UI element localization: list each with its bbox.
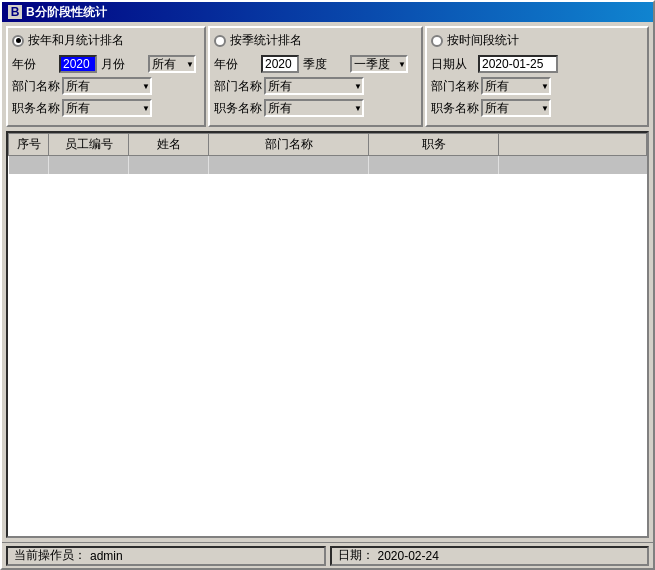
operator-section: 当前操作员： admin (6, 546, 326, 566)
dept-label3: 部门名称 (431, 78, 479, 95)
main-window: B B分阶段性统计 按年和月统计排名 年份 月份 所有 (0, 0, 655, 570)
window-title: B分阶段性统计 (26, 4, 107, 21)
year-label2: 年份 (214, 56, 259, 73)
dept-select1-wrapper: 所有 (62, 77, 152, 95)
panel2-row1: 年份 季度 一季度 二季度 三季度 四季度 (214, 55, 417, 73)
quarter-label: 季度 (303, 56, 348, 73)
quarter-select[interactable]: 一季度 二季度 三季度 四季度 (350, 55, 408, 73)
col-header-dept: 部门名称 (209, 134, 369, 156)
col-header-seq: 序号 (9, 134, 49, 156)
panel-quarter: 按季统计排名 年份 季度 一季度 二季度 三季度 四季度 (208, 26, 423, 127)
panel3-row2: 部门名称 所有 (431, 77, 643, 95)
panel2-row2: 部门名称 所有 (214, 77, 417, 95)
dept-select3[interactable]: 所有 (481, 77, 551, 95)
job-select1-wrapper: 所有 (62, 99, 152, 117)
date-label: 日期： (338, 547, 374, 564)
radio-timerange[interactable] (431, 35, 443, 47)
panel2-label: 按季统计排名 (230, 32, 302, 49)
dept-select1[interactable]: 所有 (62, 77, 152, 95)
dept-label2: 部门名称 (214, 78, 262, 95)
radio-year-month[interactable] (12, 35, 24, 47)
job-label1: 职务名称 (12, 100, 60, 117)
operator-value: admin (90, 549, 123, 563)
job-label3: 职务名称 (431, 100, 479, 117)
data-table: 序号 员工编号 姓名 部门名称 职务 (6, 131, 649, 538)
panel3-row3: 职务名称 所有 (431, 99, 643, 117)
status-bar: 当前操作员： admin 日期： 2020-02-24 (2, 542, 653, 568)
title-icon: B (8, 5, 22, 19)
job-select3[interactable]: 所有 (481, 99, 551, 117)
panel3-title[interactable]: 按时间段统计 (431, 32, 643, 49)
job-select2-wrapper: 所有 (264, 99, 364, 117)
radio-quarter[interactable] (214, 35, 226, 47)
dept-select2-wrapper: 所有 (264, 77, 364, 95)
panel1-label: 按年和月统计排名 (28, 32, 124, 49)
job-select3-wrapper: 所有 (481, 99, 551, 117)
title-bar: B B分阶段性统计 (2, 2, 653, 22)
operator-label: 当前操作员： (14, 547, 86, 564)
table-body (9, 156, 647, 174)
panel-timerange: 按时间段统计 日期从 部门名称 所有 (425, 26, 649, 127)
panel2-title[interactable]: 按季统计排名 (214, 32, 417, 49)
panel2-row3: 职务名称 所有 (214, 99, 417, 117)
dept-label1: 部门名称 (12, 78, 60, 95)
panel3-label: 按时间段统计 (447, 32, 519, 49)
panel1-row1: 年份 月份 所有 1月2月3月 4月5月6月 7月8月9月 10月11月12月 (12, 55, 200, 73)
dept-select2[interactable]: 所有 (264, 77, 364, 95)
date-section: 日期： 2020-02-24 (330, 546, 650, 566)
panel3-row1: 日期从 (431, 55, 643, 73)
job-select2[interactable]: 所有 (264, 99, 364, 117)
month-select[interactable]: 所有 1月2月3月 4月5月6月 7月8月9月 10月11月12月 (148, 55, 196, 73)
col-header-name: 姓名 (129, 134, 209, 156)
year-input1[interactable] (59, 55, 97, 73)
quarter-select-wrapper: 一季度 二季度 三季度 四季度 (350, 55, 408, 73)
month-label: 月份 (101, 56, 146, 73)
datefrom-input[interactable] (478, 55, 558, 73)
job-select1[interactable]: 所有 (62, 99, 152, 117)
date-value: 2020-02-24 (378, 549, 439, 563)
job-label2: 职务名称 (214, 100, 262, 117)
panel1-row2: 部门名称 所有 (12, 77, 200, 95)
year-input2[interactable] (261, 55, 299, 73)
year-label1: 年份 (12, 56, 57, 73)
panel1-row3: 职务名称 所有 (12, 99, 200, 117)
filter-area: 按年和月统计排名 年份 月份 所有 1月2月3月 4月5月6月 7月8月9月 1… (6, 26, 649, 127)
col-header-extra (499, 134, 647, 156)
panel1-title[interactable]: 按年和月统计排名 (12, 32, 200, 49)
window-content: 按年和月统计排名 年份 月份 所有 1月2月3月 4月5月6月 7月8月9月 1… (2, 22, 653, 542)
col-header-job: 职务 (369, 134, 499, 156)
datefrom-label: 日期从 (431, 56, 476, 73)
col-header-empid: 员工编号 (49, 134, 129, 156)
dept-select3-wrapper: 所有 (481, 77, 551, 95)
month-select-wrapper: 所有 1月2月3月 4月5月6月 7月8月9月 10月11月12月 (148, 55, 196, 73)
panel-year-month: 按年和月统计排名 年份 月份 所有 1月2月3月 4月5月6月 7月8月9月 1… (6, 26, 206, 127)
